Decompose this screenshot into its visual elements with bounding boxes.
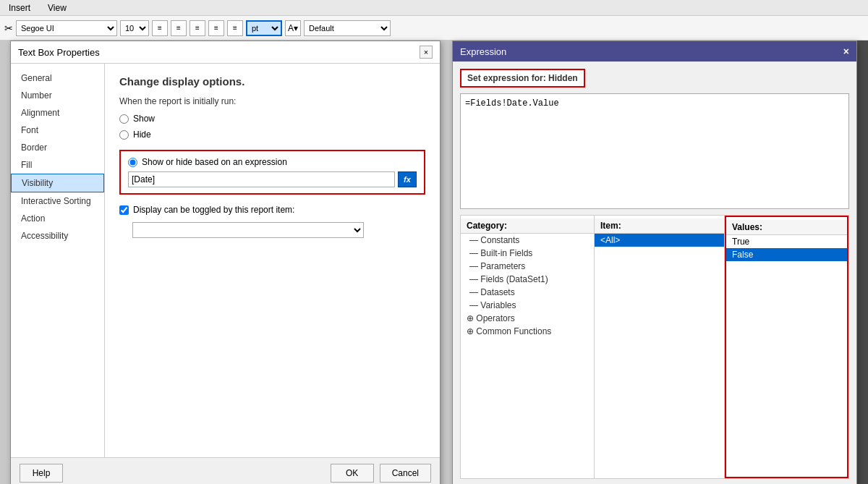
category-common-functions[interactable]: ⊕ Common Functions (461, 325, 594, 338)
radio-expression-input[interactable] (128, 158, 137, 167)
cancel-button[interactable]: Cancel (380, 464, 431, 483)
sidebar-item-general[interactable]: General (11, 69, 104, 87)
radio-show-label[interactable]: Show (119, 114, 425, 124)
sidebar-item-alignment[interactable]: Alignment (11, 104, 104, 122)
color-btn[interactable]: A▾ (285, 20, 301, 36)
category-variables[interactable]: — Variables (461, 299, 594, 312)
set-expression-label: Set expression for: Hidden (460, 69, 849, 88)
font-size-select[interactable]: 10 (120, 20, 149, 36)
expression-dialog: Expression × Set expression for: Hidden … (452, 41, 857, 484)
expression-text-input[interactable] (128, 171, 395, 187)
toggle-checkbox[interactable] (119, 205, 129, 215)
sidebar-item-visibility[interactable]: Visibility (11, 174, 104, 192)
menu-view[interactable]: View (45, 1, 69, 14)
sidebar-item-interactive-sorting[interactable]: Interactive Sorting (11, 192, 104, 210)
radio-show-input[interactable] (119, 114, 129, 124)
category-operators[interactable]: ⊕ Operators (461, 312, 594, 325)
textbox-properties-dialog: Text Box Properties × General Number Ali… (10, 41, 441, 484)
toggle-checkbox-label: Display can be toggled by this report it… (133, 205, 294, 215)
radio-hide-label[interactable]: Hide (119, 130, 425, 140)
category-header: Category: (461, 218, 594, 234)
set-expression-text: Set expression for: Hidden (460, 69, 585, 88)
outdent-btn[interactable]: ≡ (227, 20, 243, 36)
radio-hide-input[interactable] (119, 130, 129, 140)
menu-insert[interactable]: Insert (6, 1, 33, 14)
category-constants[interactable]: — Constants (461, 234, 594, 247)
expression-lower-section: Category: — Constants — Built-in Fields … (460, 215, 849, 479)
toggle-checkbox-row: Display can be toggled by this report it… (119, 205, 425, 215)
radio-show-text: Show (133, 114, 155, 124)
category-fields-dataset1[interactable]: — Fields (DataSet1) (461, 273, 594, 286)
toggle-dropdown-select[interactable] (132, 222, 364, 238)
item-column: Item: <All> (595, 216, 725, 478)
dialog-sidebar: General Number Alignment Font Border Fil… (11, 64, 105, 457)
sidebar-item-number[interactable]: Number (11, 87, 104, 104)
expression-group: Show or hide based on an expression fx (119, 150, 425, 195)
radio-expression-text: Show or hide based on an expression (142, 157, 287, 167)
font-family-select[interactable]: Segoe UI (16, 20, 117, 36)
content-title: Change display options. (119, 75, 425, 88)
align-right-btn[interactable]: ≡ (190, 20, 205, 36)
value-false[interactable]: False (726, 248, 847, 261)
default-select[interactable]: Default (304, 20, 391, 36)
category-built-in-fields[interactable]: — Built-in Fields (461, 247, 594, 260)
fx-button[interactable]: fx (398, 171, 417, 187)
values-header: Values: (726, 220, 847, 235)
expression-dialog-body: Set expression for: Hidden Category: — C… (453, 61, 856, 484)
dialog-close-button[interactable]: × (420, 46, 433, 59)
item-all[interactable]: <All> (595, 234, 724, 247)
item-header: Item: (595, 218, 724, 234)
cut-icon[interactable]: ✂ (4, 22, 13, 34)
help-button[interactable]: Help (20, 464, 63, 483)
content-subtitle: When the report is initially run: (119, 96, 425, 106)
font-unit-select[interactable]: pt (246, 20, 282, 36)
visibility-radio-group: Show Hide (119, 114, 425, 140)
align-left-btn[interactable]: ≡ (152, 20, 168, 36)
values-column: Values: True False (725, 216, 848, 478)
radio-hide-text: Hide (133, 130, 151, 140)
dialog-footer: Help OK Cancel (11, 457, 440, 484)
indent-btn[interactable]: ≡ (208, 20, 224, 36)
category-datasets[interactable]: — Datasets (461, 286, 594, 299)
category-column: Category: — Constants — Built-in Fields … (461, 216, 595, 478)
dialog-content-area: Change display options. When the report … (105, 64, 440, 457)
align-center-btn[interactable]: ≡ (171, 20, 187, 36)
sidebar-item-border[interactable]: Border (11, 139, 104, 156)
sidebar-item-action[interactable]: Action (11, 210, 104, 227)
expression-input-row: fx (128, 171, 417, 187)
expression-dialog-close-button[interactable]: × (843, 46, 849, 57)
sidebar-item-fill[interactable]: Fill (11, 156, 104, 174)
expression-textarea[interactable] (460, 93, 849, 209)
radio-expression-label[interactable]: Show or hide based on an expression (128, 157, 417, 167)
expression-dialog-title-bar: Expression × (453, 41, 856, 61)
dialog-title-bar: Text Box Properties × (11, 41, 440, 64)
sidebar-item-font[interactable]: Font (11, 122, 104, 139)
toggle-dropdown-row (132, 222, 425, 238)
category-parameters[interactable]: — Parameters (461, 260, 594, 273)
sidebar-item-accessibility[interactable]: Accessibility (11, 227, 104, 245)
ok-button[interactable]: OK (331, 464, 374, 483)
dialog-title: Text Box Properties (18, 47, 100, 58)
expression-dialog-title-text: Expression (460, 46, 506, 57)
value-true[interactable]: True (726, 235, 847, 248)
